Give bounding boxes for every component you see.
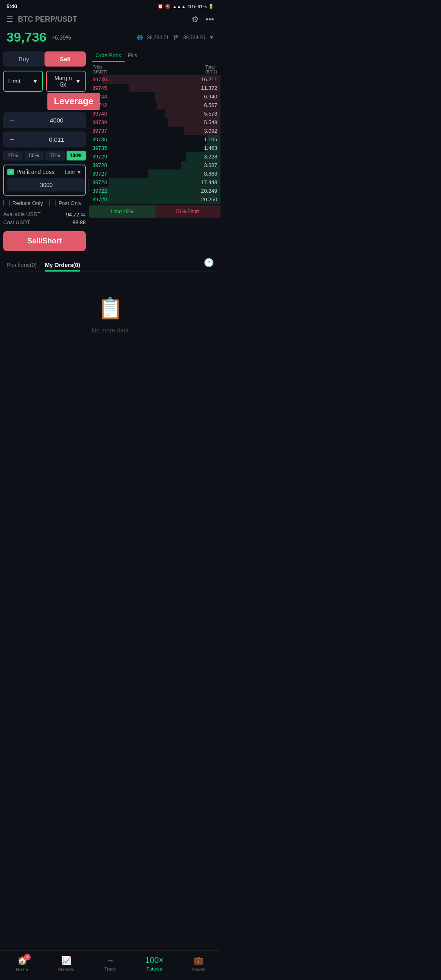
bottom-tabs: Positions(0) My Orders(0) 🕐 bbox=[7, 258, 214, 272]
pnl-section: ✓ Profit and Loss Last ▼ bbox=[3, 165, 86, 196]
fills-tab[interactable]: Fills bbox=[125, 50, 140, 62]
network-icon: 4G+ bbox=[187, 4, 196, 9]
alarm-icon: ⏰ bbox=[158, 4, 163, 9]
sell-tab[interactable]: Sell bbox=[45, 51, 86, 67]
bid-price: 39727 bbox=[92, 171, 107, 177]
bottom-section: Positions(0) My Orders(0) 🕐 📋 No more da… bbox=[0, 254, 220, 358]
ask-row[interactable]: 39740 5.578 bbox=[89, 109, 220, 118]
orderbook-tab[interactable]: OrderBook bbox=[92, 50, 125, 62]
bid-rows: 39736 1.105 39735 1.463 39729 3.228 3972… bbox=[89, 135, 220, 204]
mute-icon: 🔇 bbox=[165, 4, 171, 9]
pct-25-button[interactable]: 25% bbox=[3, 151, 23, 160]
instrument-title[interactable]: BTC PERP/USDT bbox=[18, 15, 77, 24]
menu-icon[interactable]: ☰ bbox=[7, 15, 13, 24]
amount-input-row: − + bbox=[3, 131, 86, 147]
margin-dropdown-icon: ▼ bbox=[75, 78, 81, 85]
bid-total: 8.868 bbox=[204, 171, 217, 177]
price-expand-icon[interactable]: ▼ bbox=[209, 35, 214, 40]
bid-total: 3.687 bbox=[204, 162, 217, 168]
battery-icon: 🔋 bbox=[208, 4, 214, 9]
chart-settings-icon[interactable]: ⚙ bbox=[192, 14, 199, 24]
post-only-checkbox[interactable] bbox=[49, 200, 56, 206]
ask-row[interactable]: 39745 11.372 bbox=[89, 84, 220, 92]
ask-total: 6.940 bbox=[204, 94, 217, 100]
global-price: 39,734.71 bbox=[147, 35, 169, 40]
bid-price: 39728 bbox=[92, 162, 107, 168]
price-row: 39,736 +6.39% 🌐 39,734.71 🏴 39,734.25 ▼ bbox=[0, 27, 220, 48]
my-orders-tab[interactable]: My Orders(0) bbox=[45, 258, 80, 272]
status-right: ⏰ 🔇 ▲▲▲ 4G+ 61% 🔋 bbox=[158, 4, 214, 9]
bid-row[interactable]: 39727 8.868 bbox=[89, 169, 220, 178]
ask-total: 5.548 bbox=[204, 119, 217, 125]
pct-75-button[interactable]: 75% bbox=[45, 151, 65, 160]
trading-panel: Buy Sell Limit ▼ Margin 5x ▼ Leverage − … bbox=[0, 48, 89, 254]
short-button[interactable]: 51% Short bbox=[155, 205, 220, 218]
bid-row[interactable]: 39720 20.250 bbox=[89, 195, 220, 204]
price-decrease-button[interactable]: − bbox=[7, 113, 18, 127]
ask-price: 39746 bbox=[92, 76, 107, 82]
cost-usdt-row: Cost USDT 88.88 bbox=[3, 219, 86, 225]
cost-value: 88.88 bbox=[72, 219, 86, 225]
no-data-text: No more data bbox=[92, 327, 129, 334]
sell-short-button[interactable]: Sell/Short bbox=[3, 231, 86, 251]
pct-100-button[interactable]: 100% bbox=[67, 151, 86, 160]
positions-tab[interactable]: Positions(0) bbox=[7, 258, 37, 272]
ob-price-header: Price(USDT) bbox=[92, 65, 107, 74]
bid-price: 39735 bbox=[92, 145, 107, 151]
ask-total: 16.211 bbox=[201, 76, 217, 82]
buy-tab[interactable]: Buy bbox=[3, 51, 45, 67]
ask-row[interactable]: 39746 16.211 bbox=[89, 75, 220, 84]
ask-row[interactable]: 39744 6.940 bbox=[89, 92, 220, 101]
instrument-base: BTC PERP bbox=[18, 15, 55, 23]
bid-row[interactable]: 39722 20.249 bbox=[89, 187, 220, 195]
long-button[interactable]: Long 49% bbox=[89, 205, 155, 218]
reduce-only-checkbox[interactable] bbox=[3, 200, 10, 206]
pnl-last-selector[interactable]: Last ▼ bbox=[65, 169, 82, 175]
limit-button[interactable]: Limit ▼ bbox=[3, 71, 43, 92]
bid-row[interactable]: 39728 3.687 bbox=[89, 161, 220, 169]
pct-50-button[interactable]: 50% bbox=[24, 151, 44, 160]
bid-row[interactable]: 39729 3.228 bbox=[89, 152, 220, 161]
order-type-row: Limit ▼ Margin 5x ▼ bbox=[3, 71, 86, 92]
bid-row[interactable]: 39735 1.463 bbox=[89, 144, 220, 152]
amount-input[interactable] bbox=[18, 136, 96, 143]
app-header: ☰ BTC PERP/USDT ⚙ ••• bbox=[0, 11, 220, 27]
buy-sell-tabs: Buy Sell bbox=[3, 51, 86, 67]
history-icon[interactable]: 🕐 bbox=[204, 258, 214, 272]
amount-decrease-button[interactable]: − bbox=[7, 132, 18, 147]
ask-row[interactable]: 39739 5.548 bbox=[89, 118, 220, 127]
globe-icon: 🌐 bbox=[137, 35, 143, 40]
margin-button[interactable]: Margin 5x ▼ bbox=[46, 71, 86, 92]
long-short-bar: Long 49% 51% Short bbox=[89, 205, 220, 218]
pnl-checkbox-row: ✓ Profit and Loss bbox=[7, 169, 54, 175]
pnl-label: Profit and Loss bbox=[16, 169, 54, 175]
ask-price: 39745 bbox=[92, 85, 107, 91]
ask-total: 5.578 bbox=[204, 111, 217, 117]
transfer-icon[interactable]: ⇆ bbox=[81, 211, 86, 218]
current-price: 39,736 bbox=[7, 30, 47, 45]
available-label: Available USDT bbox=[3, 211, 41, 218]
post-only-option: Post Only bbox=[49, 200, 81, 206]
ask-price: 39739 bbox=[92, 119, 107, 125]
main-content: Buy Sell Limit ▼ Margin 5x ▼ Leverage − … bbox=[0, 48, 220, 254]
limit-label: Limit bbox=[8, 78, 20, 85]
price-input-row: − + bbox=[3, 112, 86, 128]
status-bar: 5:40 ⏰ 🔇 ▲▲▲ 4G+ 61% 🔋 bbox=[0, 0, 220, 11]
ask-total: 11.372 bbox=[201, 85, 217, 91]
bid-total: 20.250 bbox=[201, 196, 217, 203]
ask-row[interactable]: 39742 6.567 bbox=[89, 101, 220, 109]
bid-total: 1.105 bbox=[204, 136, 217, 143]
margin-label: Margin 5x bbox=[51, 75, 75, 88]
price-input[interactable] bbox=[18, 117, 96, 124]
bid-row[interactable]: 39723 17.448 bbox=[89, 178, 220, 187]
post-only-label: Post Only bbox=[58, 200, 81, 206]
orderbook-header: Price(USDT) Total(BTC) bbox=[89, 64, 220, 75]
bid-row[interactable]: 39736 1.105 bbox=[89, 135, 220, 144]
orderbook-panel: OrderBook Fills Price(USDT) Total(BTC) 3… bbox=[89, 48, 220, 254]
ask-total: 3.092 bbox=[204, 128, 217, 134]
pnl-checkbox[interactable]: ✓ bbox=[7, 169, 14, 175]
ask-row[interactable]: 39737 3.092 bbox=[89, 127, 220, 135]
more-options-icon[interactable]: ••• bbox=[205, 15, 214, 24]
bid-total: 17.448 bbox=[201, 179, 217, 185]
take-profit-input[interactable] bbox=[7, 178, 85, 192]
